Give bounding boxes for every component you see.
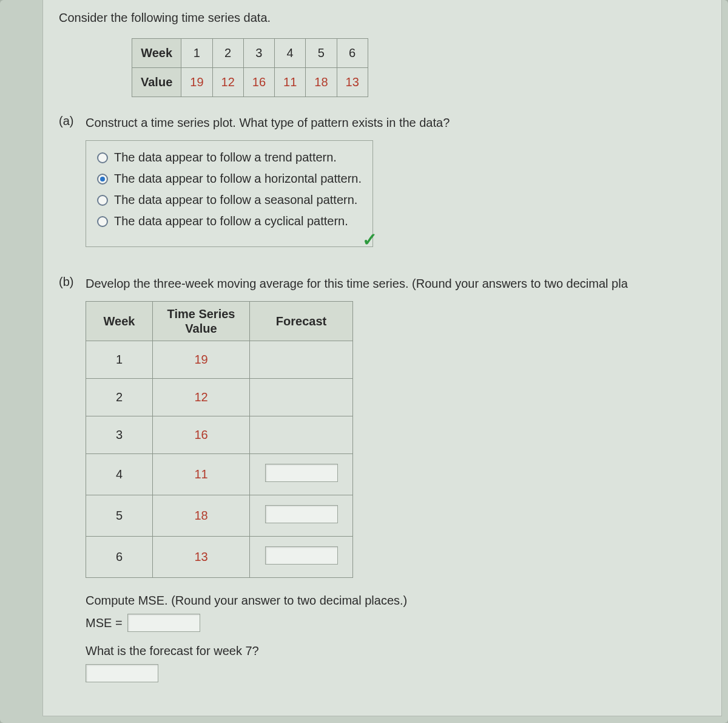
forecast-cell <box>250 379 353 416</box>
forecast-week: 5 <box>86 495 153 537</box>
radio-icon <box>97 152 108 163</box>
data-table-week-3: 3 <box>243 39 274 68</box>
table-row: 5 18 <box>86 495 353 537</box>
week7-prompt: What is the forecast for week 7? <box>86 644 709 658</box>
mse-prompt: Compute MSE. (Round your answer to two d… <box>86 594 709 608</box>
forecast-header-week: Week <box>86 302 153 341</box>
option-label: The data appear to follow a trend patter… <box>114 151 337 165</box>
data-table: Week 1 2 3 4 5 6 Value 19 12 16 11 18 13 <box>132 38 368 97</box>
table-row: 4 11 <box>86 454 353 495</box>
data-table-row-header-week: Week <box>132 39 181 68</box>
options-box: The data appear to follow a trend patter… <box>86 140 373 247</box>
data-table-week-6: 6 <box>337 39 368 68</box>
data-table-week-5: 5 <box>306 39 337 68</box>
forecast-value: 16 <box>153 416 250 454</box>
radio-icon <box>97 216 108 227</box>
data-table-value-1: 19 <box>181 68 212 97</box>
intro-text: Consider the following time series data. <box>59 11 709 25</box>
forecast-cell <box>250 416 353 454</box>
data-table-value-6: 13 <box>337 68 368 97</box>
data-table-value-2: 12 <box>212 68 243 97</box>
forecast-week: 2 <box>86 379 153 416</box>
forecast-week: 6 <box>86 537 153 578</box>
forecast-cell <box>250 341 353 379</box>
forecast-input-week5[interactable] <box>265 505 338 523</box>
forecast-week: 4 <box>86 454 153 495</box>
data-table-value-5: 18 <box>306 68 337 97</box>
forecast-value: 19 <box>153 341 250 379</box>
question-panel: Consider the following time series data.… <box>42 0 722 716</box>
part-b: (b) Develop the three-week moving averag… <box>59 275 709 685</box>
forecast-header-ts: Time SeriesValue <box>153 302 250 341</box>
forecast-cell <box>250 495 353 537</box>
option-label: The data appear to follow a seasonal pat… <box>114 193 357 207</box>
forecast-week: 3 <box>86 416 153 454</box>
forecast-cell <box>250 454 353 495</box>
check-icon: ✓ <box>362 229 377 250</box>
forecast-input-week6[interactable] <box>265 546 338 565</box>
mse-label: MSE = <box>86 616 123 630</box>
data-table-week-1: 1 <box>181 39 212 68</box>
part-a-question: Construct a time series plot. What type … <box>86 114 709 132</box>
data-table-week-2: 2 <box>212 39 243 68</box>
forecast-cell <box>250 537 353 578</box>
radio-icon <box>97 174 108 185</box>
part-b-question: Develop the three-week moving average fo… <box>86 275 709 293</box>
part-b-label: (b) <box>59 275 86 685</box>
option-seasonal[interactable]: The data appear to follow a seasonal pat… <box>95 189 364 211</box>
option-horizontal[interactable]: The data appear to follow a horizontal p… <box>95 168 364 189</box>
option-label: The data appear to follow a cyclical pat… <box>114 214 348 228</box>
forecast-input-week4[interactable] <box>265 464 338 482</box>
mse-input[interactable] <box>127 614 200 632</box>
screen-background: Consider the following time series data.… <box>0 0 728 723</box>
forecast-value: 11 <box>153 454 250 495</box>
data-table-value-4: 11 <box>275 68 306 97</box>
table-row: 1 19 <box>86 341 353 379</box>
forecast-week: 1 <box>86 341 153 379</box>
part-a: (a) Construct a time series plot. What t… <box>59 114 709 247</box>
radio-icon <box>97 195 108 206</box>
forecast-value: 13 <box>153 537 250 578</box>
data-table-week-4: 4 <box>275 39 306 68</box>
table-row: 2 12 <box>86 379 353 416</box>
option-cyclical[interactable]: The data appear to follow a cyclical pat… <box>95 211 364 232</box>
week7-input[interactable] <box>86 664 158 682</box>
option-label: The data appear to follow a horizontal p… <box>114 172 362 186</box>
table-row: 6 13 <box>86 537 353 578</box>
data-table-row-header-value: Value <box>132 68 181 97</box>
option-trend[interactable]: The data appear to follow a trend patter… <box>95 147 364 168</box>
forecast-table: Week Time SeriesValue Forecast 1 19 2 12 <box>86 301 353 578</box>
part-a-label: (a) <box>59 114 86 247</box>
table-row: 3 16 <box>86 416 353 454</box>
data-table-value-3: 16 <box>243 68 274 97</box>
forecast-header-forecast: Forecast <box>250 302 353 341</box>
forecast-value: 12 <box>153 379 250 416</box>
forecast-value: 18 <box>153 495 250 537</box>
